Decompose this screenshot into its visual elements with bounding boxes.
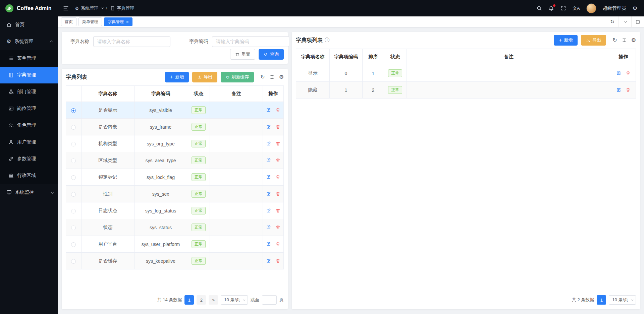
table-row[interactable]: 状态 sys_status 正常 [66,219,284,236]
edit-icon[interactable] [266,225,271,230]
sidebar-item-post-mgmt[interactable]: 岗位管理 [0,100,58,117]
edit-icon[interactable] [266,158,271,163]
page-size-select[interactable]: 10 条/页 [221,295,248,305]
fullscreen-icon[interactable] [560,5,566,11]
table-row[interactable]: 区域类型 sys_area_type 正常 [66,152,284,169]
edit-icon[interactable] [266,141,271,146]
content-fullscreen-icon[interactable] [631,16,644,27]
edit-icon[interactable] [266,175,271,180]
delete-icon[interactable] [275,258,280,263]
column-size-icon[interactable] [622,38,627,43]
sidebar-item-param-mgmt[interactable]: 参数管理 [0,150,58,167]
refresh-cache-button[interactable]: ↻ 刷新缓存 [221,72,254,82]
tab-menu-chevron-icon[interactable] [619,16,631,27]
edit-icon[interactable] [266,242,271,247]
row-radio[interactable] [71,226,76,230]
table-row[interactable]: 是否显示 sys_visible 正常 [66,102,284,119]
table-row[interactable]: 机构类型 sys_org_type 正常 [66,135,284,152]
page-button-1[interactable]: 1 [184,295,194,305]
delete-icon[interactable] [275,191,280,196]
row-radio[interactable] [71,242,76,247]
edit-icon[interactable] [266,208,271,213]
query-button[interactable]: 查询 [259,49,284,60]
dict-name-input[interactable] [93,36,170,47]
close-icon[interactable]: × [126,20,129,24]
row-radio[interactable] [71,125,76,130]
edit-icon[interactable] [616,71,621,76]
add-item-button[interactable]: + 新增 [554,35,578,46]
row-radio[interactable] [71,259,76,264]
refresh-tab-icon[interactable]: ↻ [606,16,619,27]
table-settings-gear-icon[interactable]: ⚙ [631,38,636,43]
table-row[interactable]: 性别 sys_sex 正常 [66,186,284,202]
page-size-select[interactable]: 10 条/页 [609,295,636,305]
edit-icon[interactable] [266,191,271,196]
next-page-button[interactable]: > [209,295,218,305]
notification-bell-icon[interactable] [548,5,554,11]
row-radio[interactable] [71,209,76,213]
add-dict-button[interactable]: + 新增 [165,72,189,82]
table-row[interactable]: 隐藏 1 2 正常 [296,82,636,99]
tab-dict-mgmt[interactable]: 字典管理 × [104,17,132,26]
delete-icon[interactable] [275,208,280,213]
delete-icon[interactable] [275,124,280,129]
jump-page-input[interactable] [262,295,277,305]
search-icon[interactable] [536,5,542,11]
delete-icon[interactable] [275,108,280,113]
delete-icon[interactable] [275,141,280,146]
refresh-table-icon[interactable]: ↻ [612,38,617,43]
sidebar-item-home[interactable]: 首页 [0,16,58,33]
gear-icon[interactable]: ⚙ [633,6,637,11]
edit-icon[interactable] [616,87,621,92]
breadcrumb-dict[interactable]: 字典管理 [110,5,134,11]
page-button-2[interactable]: 2 [197,295,206,305]
delete-icon[interactable] [275,242,280,247]
sidebar-item-menu-mgmt[interactable]: 菜单管理 [0,50,58,67]
sidebar-item-system[interactable]: ⚙ 系统管理 [0,33,58,50]
brand[interactable]: Coffee Admin [0,0,58,16]
tab-menu-mgmt[interactable]: 菜单管理 [78,17,102,26]
edit-icon[interactable] [266,108,271,113]
table-settings-gear-icon[interactable]: ⚙ [279,74,284,80]
delete-icon[interactable] [275,225,280,230]
sidebar-item-monitor[interactable]: 系统监控 [0,184,58,201]
reset-button[interactable]: 重置 [230,49,255,60]
delete-icon[interactable] [275,175,280,180]
tab-home[interactable]: 首页 [61,17,76,26]
page-button-1[interactable]: 1 [597,295,606,305]
collapse-sidebar-icon[interactable] [63,5,69,11]
breadcrumb-system[interactable]: ⚙ 系统管理 [75,5,103,11]
row-radio[interactable] [71,159,76,163]
table-row[interactable]: 是否缓存 sys_keepalive 正常 [66,253,284,269]
avatar[interactable] [586,3,596,13]
export-item-button[interactable]: 导出 [581,35,606,46]
table-row[interactable]: 是否内嵌 sys_frame 正常 [66,119,284,135]
sidebar-item-dept-mgmt[interactable]: 部门管理 [0,83,58,100]
user-name[interactable]: 超级管理员 [603,5,626,11]
edit-icon[interactable] [266,258,271,263]
row-radio[interactable] [71,192,76,197]
row-radio[interactable] [71,142,76,146]
refresh-table-icon[interactable]: ↻ [260,74,265,80]
table-row[interactable]: 用户平台 sys_user_platform 正常 [66,236,284,253]
table-row[interactable]: 显示 0 1 正常 [296,65,636,82]
translate-icon[interactable]: 文A [573,5,580,11]
edit-icon[interactable] [266,124,271,129]
delete-icon[interactable] [626,71,631,76]
delete-icon[interactable] [275,158,280,163]
row-radio[interactable] [71,108,76,113]
export-dict-button[interactable]: 导出 [192,72,217,82]
sidebar-item-user-mgmt[interactable]: 用户管理 [0,134,58,150]
dict-code-input[interactable] [212,36,289,47]
info-icon[interactable]: ⓘ [325,37,329,43]
table-row[interactable]: 日志状态 sys_log_status 正常 [66,202,284,219]
sidebar-item-dict-mgmt[interactable]: 字典管理 [0,67,58,83]
delete-icon[interactable] [626,87,631,92]
table-row[interactable]: 锁定标记 sys_lock_flag 正常 [66,169,284,186]
sidebar-item-region-mgmt[interactable]: 行政区域 [0,167,58,184]
menu-label: 角色管理 [17,122,36,128]
column-size-icon[interactable] [270,75,274,79]
row-radio[interactable] [71,175,76,180]
sidebar-item-role-mgmt[interactable]: 角色管理 [0,117,58,134]
dict-table-header-row: 字典名称 字典编码 状态 备注 操作 [66,86,284,102]
